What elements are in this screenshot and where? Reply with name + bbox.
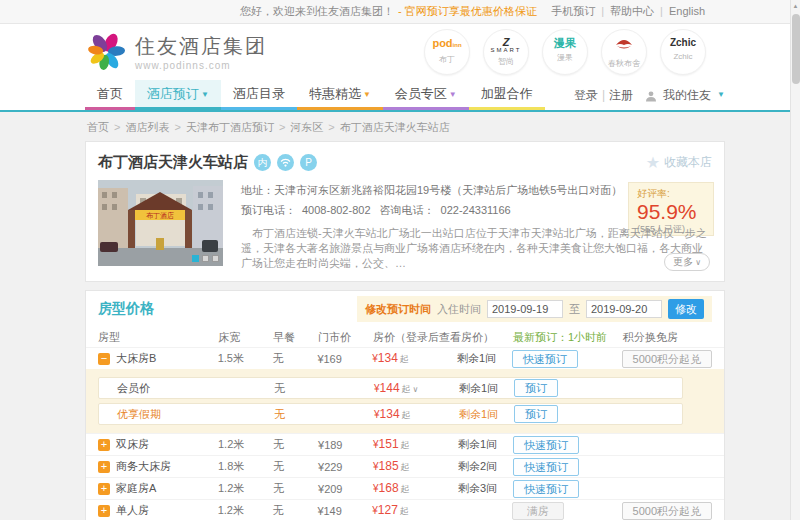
brand-chunqiu[interactable]: 春秋布舍 bbox=[601, 29, 647, 75]
to-label: 至 bbox=[569, 302, 580, 317]
room-list-price: ¥189 bbox=[318, 439, 373, 451]
nav-item-members[interactable]: 会员专区▼ bbox=[383, 80, 469, 110]
room-list-price: ¥209 bbox=[318, 483, 373, 495]
logo[interactable]: 住友酒店集团 www.podinns.com bbox=[85, 31, 267, 73]
checkin-date-input[interactable] bbox=[487, 300, 563, 318]
carousel-dot[interactable] bbox=[212, 255, 219, 262]
more-button[interactable]: 更多∨ bbox=[664, 253, 710, 271]
table-row: −大床房B 1.5米 无 ¥169 ¥134起 剩余1间 快速预订 5000积分… bbox=[86, 347, 724, 369]
topbar-link-mobile[interactable]: 手机预订 bbox=[551, 5, 595, 17]
parking-icon: P bbox=[300, 154, 317, 171]
book-button[interactable]: 预订 bbox=[514, 405, 558, 423]
room-bed: 1.2米 bbox=[218, 481, 273, 496]
hotel-panel: 布丁酒店天津火车站店 内 P ★ 收藏本店 bbox=[85, 141, 725, 282]
nav-item-booking[interactable]: 酒店预订▼ bbox=[135, 80, 221, 110]
brand-manguo-logo: 漫果 bbox=[543, 37, 587, 49]
room-bed: 1.2米 bbox=[218, 503, 273, 518]
carousel-dot[interactable] bbox=[202, 255, 209, 262]
room-bed: 1.2米 bbox=[218, 437, 273, 452]
chevron-down-icon: ▼ bbox=[201, 90, 209, 99]
collapse-icon[interactable]: − bbox=[98, 353, 110, 365]
main-nav: 首页 酒店预订▼ 酒店目录 特惠精选▼ 会员专区▼ 加盟合作 登录 | 注册 我… bbox=[0, 80, 800, 112]
points-redeem-button[interactable]: 5000积分起兑 bbox=[622, 502, 712, 520]
logo-subtitle: www.podinns.com bbox=[135, 60, 267, 71]
rate-stock: 剩余1间 bbox=[459, 407, 514, 422]
expand-icon[interactable]: + bbox=[98, 505, 110, 517]
room-name: 商务大床房 bbox=[116, 459, 171, 474]
nav-item-franchise[interactable]: 加盟合作 bbox=[469, 80, 545, 110]
brand-zsmart[interactable]: Z SMART 智尚 bbox=[483, 29, 529, 75]
nav-item-specials[interactable]: 特惠精选▼ bbox=[297, 80, 383, 110]
quick-book-button[interactable]: 快速预订 bbox=[513, 458, 579, 476]
brand-zsmart-logo: Z bbox=[484, 37, 528, 47]
brand-zchic[interactable]: Zchic Zchic bbox=[660, 29, 706, 75]
col-room: 房型 bbox=[98, 330, 218, 345]
photo-sign-text: 布丁酒店 bbox=[146, 211, 174, 220]
quick-book-button[interactable]: 快速预订 bbox=[513, 436, 579, 454]
points-redeem-button[interactable]: 5000积分起兑 bbox=[622, 350, 712, 368]
rate-breakfast: 无 bbox=[274, 407, 374, 422]
promo-link[interactable]: - 官网预订享最优惠价格保证 bbox=[398, 5, 537, 17]
logo-title: 住友酒店集团 bbox=[135, 33, 267, 60]
room-table-header: 房型 床宽 早餐 门市价 房价（登录后查看房价） 最新预订：1小时前 积分换免房 bbox=[86, 327, 724, 347]
rate-stock: 剩余1间 bbox=[459, 381, 514, 396]
hotel-photo-image: 布丁酒店 bbox=[98, 180, 223, 266]
login-link[interactable]: 登录 bbox=[574, 80, 598, 110]
hotel-photo[interactable]: 布丁酒店 bbox=[98, 180, 223, 266]
scrollbar-thumb[interactable] bbox=[792, 14, 800, 84]
chevron-down-icon: ▼ bbox=[449, 90, 457, 99]
expand-icon[interactable]: + bbox=[98, 439, 110, 451]
quick-book-button[interactable]: 快速预订 bbox=[513, 480, 579, 498]
indoor-amenity-icon: 内 bbox=[254, 154, 271, 171]
rate-price: ¥144起∨ bbox=[374, 381, 459, 396]
photo-carousel-dots[interactable] bbox=[192, 255, 219, 262]
modify-submit-button[interactable]: 修改 bbox=[668, 299, 704, 319]
separator: | bbox=[660, 5, 663, 17]
consult-phone: 022-24331166 bbox=[441, 204, 511, 216]
favorite-button[interactable]: ★ 收藏本店 bbox=[646, 153, 712, 172]
breadcrumb-city[interactable]: 天津布丁酒店预订 bbox=[186, 121, 274, 133]
topbar-link-english[interactable]: English bbox=[669, 5, 705, 17]
chevron-down-icon[interactable]: ∨ bbox=[413, 385, 419, 394]
person-icon bbox=[645, 90, 657, 102]
book-button[interactable]: 预订 bbox=[514, 379, 558, 397]
separator: | bbox=[601, 5, 604, 17]
table-row: +单人房 1.2米 无 ¥149 ¥127起 满房 5000积分起兑 bbox=[86, 499, 724, 520]
topbar-link-help[interactable]: 帮助中心 bbox=[610, 5, 654, 17]
scrollbar[interactable]: ▲ bbox=[790, 0, 800, 520]
rate-name: 会员价 bbox=[109, 381, 274, 396]
brand-podinn[interactable]: podinn 布丁 bbox=[424, 29, 470, 75]
latest-booking-status: 最新预订：1小时前 bbox=[513, 330, 613, 345]
scroll-up-icon[interactable]: ▲ bbox=[791, 0, 800, 9]
room-list-price: ¥229 bbox=[318, 461, 373, 473]
rate-price: ¥134起 bbox=[374, 407, 459, 422]
topbar: 您好，欢迎来到住友酒店集团！- 官网预订享最优惠价格保证 手机预订|帮助中心|E… bbox=[0, 0, 800, 24]
rate-name: 优享假期 bbox=[109, 407, 274, 422]
room-name: 单人房 bbox=[116, 503, 149, 518]
room-breakfast: 无 bbox=[273, 351, 318, 366]
breadcrumb-hotel-list[interactable]: 酒店列表 bbox=[125, 121, 169, 133]
breadcrumb-sep: > bbox=[328, 121, 334, 133]
breadcrumb-sep: > bbox=[174, 121, 180, 133]
brand-zchic-logo: Zchic bbox=[661, 37, 705, 49]
nav-item-directory[interactable]: 酒店目录 bbox=[221, 80, 297, 110]
expand-icon[interactable]: + bbox=[98, 483, 110, 495]
room-name: 大床房B bbox=[116, 351, 156, 366]
room-stock: 剩余1间 bbox=[457, 351, 512, 366]
table-row: +商务大床房 1.8米 无 ¥229 ¥185起 剩余2间 快速预订 bbox=[86, 455, 724, 477]
checkout-date-input[interactable] bbox=[586, 300, 662, 318]
register-link[interactable]: 注册 bbox=[609, 80, 633, 110]
bird-icon bbox=[614, 38, 634, 51]
room-breakfast: 无 bbox=[273, 481, 318, 496]
quick-book-button[interactable]: 快速预订 bbox=[512, 350, 578, 368]
room-stock: 剩余1间 bbox=[458, 437, 513, 452]
expand-icon[interactable]: + bbox=[98, 461, 110, 473]
nav-item-home[interactable]: 首页 bbox=[85, 80, 135, 110]
site-header: 住友酒店集团 www.podinns.com podinn 布丁 Z SMART… bbox=[0, 24, 800, 80]
brand-manguo[interactable]: 漫果 漫果 bbox=[542, 29, 588, 75]
breadcrumb-district[interactable]: 河东区 bbox=[290, 121, 323, 133]
carousel-dot-active[interactable] bbox=[192, 255, 199, 262]
breadcrumb-home[interactable]: 首页 bbox=[87, 121, 109, 133]
my-account-link[interactable]: 我的住友 bbox=[663, 80, 711, 110]
checkin-label: 入住时间 bbox=[437, 302, 481, 317]
